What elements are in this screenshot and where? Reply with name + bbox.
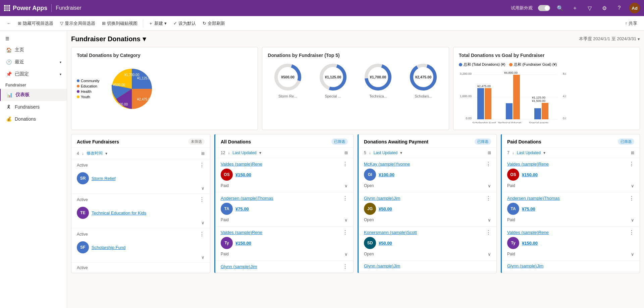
aw-item2-menu[interactable]: ⋮ xyxy=(486,195,491,201)
aw-amount-1[interactable]: ¥100.00 xyxy=(379,172,394,177)
settings-icon[interactable]: ⚙ xyxy=(600,3,609,13)
aw-donor-3[interactable]: Konersmann (sample)Scott xyxy=(364,230,417,235)
ad-sort-chevron[interactable]: ▾ xyxy=(259,150,261,155)
ad-item2-chevron[interactable]: ∨ xyxy=(344,218,348,223)
af-sort-chevron[interactable]: ▾ xyxy=(105,151,107,156)
back-button[interactable]: ← xyxy=(4,19,14,28)
pd-view-toggle[interactable]: ⊞ xyxy=(631,150,634,155)
ad-amount-3[interactable]: ¥150.00 xyxy=(235,241,251,246)
filter-icon[interactable]: ▽ xyxy=(585,3,594,13)
legend-youth: Youth xyxy=(77,95,100,99)
af-name-2[interactable]: Technical Education for Kids xyxy=(92,210,146,215)
title-chevron[interactable]: ▾ xyxy=(143,35,146,43)
pd-item3-chevron[interactable]: ∨ xyxy=(631,252,634,257)
awaiting-payment-card: Donations Awaiting Payment 已筛选 5 ↓ Last … xyxy=(358,134,497,273)
home-icon: 🏠 xyxy=(5,47,12,53)
af-view-toggle[interactable]: ⊞ xyxy=(201,151,205,156)
new-button[interactable]: ＋ 新建 ▾ xyxy=(146,18,169,28)
af-sort-label[interactable]: 修改时间 xyxy=(87,150,103,156)
af-item2-menu[interactable]: ⋮ xyxy=(199,196,205,203)
af-item3-chevron[interactable]: ∨ xyxy=(201,255,205,260)
ad-amount-2[interactable]: ¥75.00 xyxy=(235,206,249,211)
aw-amount-2[interactable]: ¥50.00 xyxy=(379,206,392,211)
aw-item1-menu[interactable]: ⋮ xyxy=(486,161,491,167)
pd-amount-3[interactable]: ¥150.00 xyxy=(522,241,538,246)
sidebar-item-home[interactable]: 🏠 主页 xyxy=(0,44,67,56)
svg-text:¥500.00: ¥500.00 xyxy=(115,103,128,106)
aw-item1-chevron[interactable]: ∨ xyxy=(488,183,491,188)
grid-icon xyxy=(4,5,10,11)
ad-item3-menu[interactable]: ⋮ xyxy=(342,229,348,236)
ad-item2-menu[interactable]: ⋮ xyxy=(342,195,348,201)
aw-donor-1[interactable]: McKay (sample)Yvonne xyxy=(364,162,410,167)
ad-item1-chevron[interactable]: ∨ xyxy=(344,183,348,188)
ad-donor-1[interactable]: Valdes (sample)Rene xyxy=(221,162,262,167)
pd-item3-menu[interactable]: ⋮ xyxy=(629,229,634,236)
pd-sort-label[interactable]: Last Updated xyxy=(517,150,541,155)
help-icon[interactable]: ? xyxy=(614,3,624,13)
pd-amount-1[interactable]: ¥150.00 xyxy=(522,172,538,177)
af-name-1[interactable]: Storm Relief xyxy=(92,176,116,181)
show-filter-button[interactable]: ▽ 显示全局筛选器 xyxy=(57,18,98,28)
aw-view-toggle[interactable]: ⊞ xyxy=(488,150,491,155)
pd-donor-3[interactable]: Valdes (sample)Rene xyxy=(507,230,549,235)
set-default-button[interactable]: ✓ 设为默认 xyxy=(171,18,199,28)
ad-sort-label[interactable]: Last Updated xyxy=(232,150,256,155)
mosaic-view-button[interactable]: ⊞ 切换到磁贴视图 xyxy=(99,18,140,28)
ad-item3-chevron[interactable]: ∨ xyxy=(344,252,348,257)
donut-3: ¥1,700.00 Technica... xyxy=(363,62,393,98)
donut-1: ¥500.00 Storm Re... xyxy=(273,62,303,98)
aw-sort-label[interactable]: Last Updated xyxy=(374,150,397,155)
app-logo[interactable]: Power Apps xyxy=(4,5,47,12)
avatar[interactable]: Ad xyxy=(629,3,640,13)
donut-label-2: Special ... xyxy=(325,94,341,98)
dashboard-icon: 📊 xyxy=(6,91,13,98)
sidebar-item-donations[interactable]: 💰 Donations xyxy=(0,113,67,125)
af-item1-chevron[interactable]: ∨ xyxy=(201,186,205,191)
aw-avatar-3: SD xyxy=(364,237,376,249)
sidebar-item-dashboard[interactable]: 📊 仪表板 xyxy=(0,89,67,101)
af-item3-menu[interactable]: ⋮ xyxy=(199,231,205,237)
aw-item2-chevron[interactable]: ∨ xyxy=(488,218,491,223)
try-new-toggle[interactable] xyxy=(538,5,550,11)
sidebar-item-recent[interactable]: 🕐 最近 ▾ xyxy=(0,56,67,68)
donuts-row: ¥500.00 Storm Re... ¥1,125.00 Special ..… xyxy=(268,62,443,98)
pd-item1-menu[interactable]: ⋮ xyxy=(629,161,634,167)
ad-view-toggle[interactable]: ⊞ xyxy=(344,150,348,155)
pd-donor-2[interactable]: Andersen (sample)Thomas xyxy=(507,196,560,201)
ad-partial-menu[interactable]: ⋮ xyxy=(342,263,348,270)
aw-sort-chevron[interactable]: ▾ xyxy=(400,150,402,155)
date-range[interactable]: 本季度 2024/1/1 至 2024/3/31 ▾ xyxy=(579,36,640,42)
aw-donor-2[interactable]: Glynn (sample)Jim xyxy=(364,196,400,201)
aw-amount-3[interactable]: ¥50.00 xyxy=(379,241,392,246)
sidebar-item-fundraisers[interactable]: 🎗 Fundraisers xyxy=(0,101,67,113)
active-fundraisers-card: Active Fundraisers 未筛选 4 ↓ 修改时间 ▾ ⊞ Acti… xyxy=(71,134,210,273)
hamburger-button[interactable]: ☰ xyxy=(0,34,67,44)
ad-amount-1[interactable]: ¥150.00 xyxy=(235,172,251,177)
pd-item2-chevron[interactable]: ∨ xyxy=(631,218,634,223)
pd-sort-chevron[interactable]: ▾ xyxy=(543,150,545,155)
search-icon[interactable]: 🔍 xyxy=(555,3,565,13)
svg-text:1,600.00: 1,600.00 xyxy=(460,95,472,98)
af-item1-menu[interactable]: ⋮ xyxy=(199,162,205,168)
hide-filter-button[interactable]: ⊞ 隐藏可视筛选器 xyxy=(15,18,56,28)
share-button[interactable]: ↑ 共享 xyxy=(623,18,640,28)
pd-item2-menu[interactable]: ⋮ xyxy=(629,195,634,201)
svg-text:¥500.00: ¥500.00 xyxy=(281,75,294,79)
add-icon[interactable]: ＋ xyxy=(570,3,580,13)
ad-item2-header: Andersen (sample)Thomas ⋮ xyxy=(221,195,348,201)
aw-item3-menu[interactable]: ⋮ xyxy=(486,229,491,236)
all-donations-header: All Donations 已筛选 xyxy=(215,134,353,148)
aw-item3-chevron[interactable]: ∨ xyxy=(488,252,491,257)
af-name-3[interactable]: Scholarship Fund xyxy=(92,245,125,250)
ad-donor-3[interactable]: Valdes (sample)Rene xyxy=(221,230,262,235)
pd-amount-2[interactable]: ¥75.00 xyxy=(522,206,535,211)
pd-item1-chevron[interactable]: ∨ xyxy=(631,183,634,188)
ad-donor-2[interactable]: Andersen (sample)Thomas xyxy=(221,196,273,201)
ad-item1-menu[interactable]: ⋮ xyxy=(342,161,348,167)
pd-donor-1[interactable]: Valdes (sample)Rene xyxy=(507,162,549,167)
svg-text:¥1,125.00: ¥1,125.00 xyxy=(325,75,341,79)
sidebar-item-pinned[interactable]: 📌 已固定 ▾ xyxy=(0,68,67,80)
af-item2-chevron[interactable]: ∨ xyxy=(201,220,205,225)
refresh-button[interactable]: ↻ 全部刷新 xyxy=(200,18,228,28)
